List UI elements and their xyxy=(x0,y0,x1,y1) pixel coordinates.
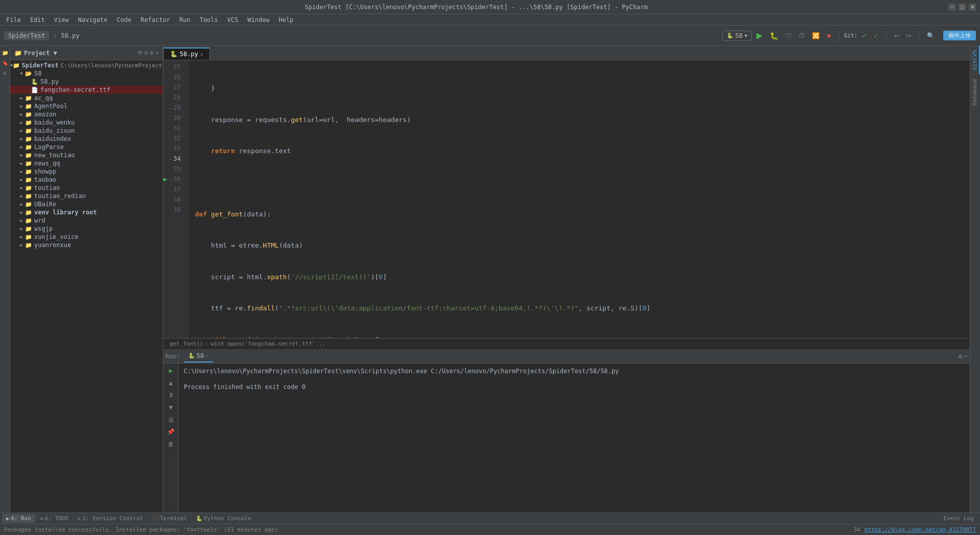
tree-item-toutiao[interactable]: ▶ 📁 toutiao xyxy=(10,184,163,192)
editor-tab-58py[interactable]: 🐍 58.py ✕ xyxy=(163,47,210,60)
terminal-nav-label: Terminal xyxy=(160,515,187,522)
minimize-panel-btn[interactable]: ─ xyxy=(964,353,968,360)
code-line-26: response = requests.get(url=url, headers… xyxy=(195,115,970,125)
resume-button[interactable]: ▼ xyxy=(165,402,177,412)
status-right: 34 https://blog.csdn.net/qq-42279077 xyxy=(853,526,976,533)
event-log-nav-label: Event Log xyxy=(943,515,974,522)
status-link[interactable]: https://blog.csdn.net/qq-42279077 xyxy=(864,526,976,533)
nav-tab-run[interactable]: ▶ 4: Run xyxy=(2,514,35,523)
tree-item-58py[interactable]: 🐍 58.py xyxy=(10,78,163,86)
nav-tab-python-console[interactable]: 🐍 Python Console xyxy=(192,514,255,523)
debug-button[interactable]: 🐛 xyxy=(767,30,781,41)
run-config-selector[interactable]: 🐍 58 ▼ xyxy=(722,31,752,41)
search-button[interactable]: 🔍 xyxy=(924,31,937,41)
tree-item-wsgjp[interactable]: ▶ 📁 wsgjp xyxy=(10,225,163,233)
git-update-button[interactable]: ✓ xyxy=(859,31,869,41)
upload-plugin-button[interactable]: 插件上传 xyxy=(943,31,976,40)
profile-button[interactable]: ⏱ xyxy=(796,31,807,41)
maximize-button[interactable]: □ xyxy=(959,4,966,11)
run-tab[interactable]: 🐍 58 ✕ xyxy=(184,350,213,362)
code-content[interactable]: } response = requests.get(url=url, heade… xyxy=(189,60,970,338)
stop-run-button[interactable]: ▲ xyxy=(165,378,177,388)
menu-tools[interactable]: Tools xyxy=(195,15,222,25)
tree-item-agentpool[interactable]: ▶ 📁 AgentPool xyxy=(10,102,163,110)
tree-item-logparse[interactable]: ▶ 📁 LogParse xyxy=(10,143,163,151)
nav-tab-event-log[interactable]: Event Log xyxy=(939,514,978,523)
project-icon[interactable]: 📁 xyxy=(1,48,10,57)
tree-item-ubaike[interactable]: ▶ 📁 UBaiKe xyxy=(10,200,163,208)
print-button[interactable]: 🖨 xyxy=(165,415,177,425)
breadcrumb-item-1[interactable]: get_font() xyxy=(169,341,203,347)
nav-tab-terminal[interactable]: ⬛ Terminal xyxy=(148,514,191,523)
undo-button[interactable]: ↩ xyxy=(892,31,902,41)
pin-button[interactable]: 📌 xyxy=(165,427,177,437)
tree-item-taobao[interactable]: ▶ 📁 taobao xyxy=(10,176,163,184)
menu-edit[interactable]: Edit xyxy=(26,15,49,25)
yuanrenxue-arrow: ▶ xyxy=(18,242,24,248)
58-label: 58 xyxy=(34,70,41,77)
concurrency-button[interactable]: 🔀 xyxy=(810,31,822,41)
fold-icon-34[interactable]: - xyxy=(167,156,174,163)
tree-item-58[interactable]: ▼ 📂 58 xyxy=(10,69,163,78)
nav-tab-todo[interactable]: ≡ 6: TODO xyxy=(36,514,72,523)
right-tab-gitcvs[interactable]: GitCVS xyxy=(970,46,980,75)
run-config-dropdown-icon: ▼ xyxy=(745,33,747,38)
menu-refactor[interactable]: Refactor xyxy=(136,15,174,25)
clear-button[interactable]: 🗑 xyxy=(165,439,177,449)
sync-icon[interactable]: ⟳ xyxy=(138,50,142,56)
tree-item-wrd[interactable]: ▶ 📁 wrd xyxy=(10,216,163,225)
tree-item-baiduwenku[interactable]: ▶ 📁 baidu_wenku xyxy=(10,118,163,127)
menu-help[interactable]: Help xyxy=(275,15,298,25)
git-push-button[interactable]: ✓ xyxy=(871,31,881,41)
redo-button[interactable]: ↪ xyxy=(903,31,914,41)
tree-item-root[interactable]: ▼ 📁 SpiderTest C:\Users\lenovo\PycharmPr… xyxy=(10,61,163,69)
fold-icon-29[interactable]: - xyxy=(167,105,174,112)
stop-button[interactable]: ■ xyxy=(824,31,833,41)
baiduwenku-icon: 📁 xyxy=(24,119,33,126)
tree-item-yuanrenxue[interactable]: ▶ 📁 yuanrenxue xyxy=(10,241,163,249)
pause-button[interactable]: ⏸ xyxy=(165,390,177,400)
menu-file[interactable]: File xyxy=(2,15,25,25)
code-line-29: def get_font(data): xyxy=(195,209,970,220)
bookmarks-icon[interactable]: 🔖 xyxy=(1,58,10,67)
project-name-label[interactable]: SpiderTest xyxy=(4,31,49,40)
tree-item-toutiaoredian[interactable]: ▶ 📁 toutiao_redian xyxy=(10,192,163,200)
tree-item-baiduzixun[interactable]: ▶ 📁 baidu_zixun xyxy=(10,127,163,135)
fold-icon-36[interactable]: - xyxy=(168,176,173,183)
tree-item-venv[interactable]: ▶ 📁 venv library root xyxy=(10,208,163,216)
nav-tab-vcs[interactable]: ⇅ 2: Version Control xyxy=(74,514,147,523)
tree-item-newtoutiao[interactable]: ▶ 📁 new_toutiao xyxy=(10,151,163,159)
structure-icon[interactable]: ⚙ xyxy=(1,68,10,78)
menu-navigate[interactable]: Navigate xyxy=(74,15,112,25)
breadcrumb-item-2[interactable]: with open('fangchan-secret.ttf'... xyxy=(211,341,326,347)
taobao-arrow: ▶ xyxy=(18,177,24,182)
menu-code[interactable]: Code xyxy=(113,15,136,25)
settings-btn[interactable]: ⚙ xyxy=(959,353,962,360)
tree-item-fangchan[interactable]: 📄 fangchan-secret.ttf xyxy=(10,86,163,94)
code-editor[interactable]: 25 26 27 28 -29 30 31 32 33 -34 35 ▶ -36 xyxy=(163,60,970,338)
ln-30: 30 xyxy=(163,113,185,124)
tree-item-newsqq[interactable]: ▶ 📁 news_qq xyxy=(10,159,163,167)
run-tab-close[interactable]: ✕ xyxy=(206,353,209,358)
minimize-button[interactable]: ─ xyxy=(948,4,955,11)
toutiaoredian-arrow: ▶ xyxy=(18,193,24,199)
tree-item-xunjievoice[interactable]: ▶ 📁 xunjie_voice xyxy=(10,233,163,241)
hide-icon[interactable]: ✕ xyxy=(155,50,159,56)
menu-view[interactable]: View xyxy=(50,15,73,25)
code-line-30: html = etree.HTML(data) xyxy=(195,241,970,251)
run-with-coverage-button[interactable]: 🛡 xyxy=(783,31,794,41)
right-tab-database[interactable]: Database xyxy=(970,75,980,110)
menu-vcs[interactable]: VCS xyxy=(223,15,242,25)
menu-run[interactable]: Run xyxy=(175,15,194,25)
tab-close-button[interactable]: ✕ xyxy=(200,52,203,57)
rerun-button[interactable]: ▶ xyxy=(165,366,177,376)
settings-icon[interactable]: ⚙ xyxy=(150,50,154,56)
tree-item-amazon[interactable]: ▶ 📁 amazon xyxy=(10,110,163,118)
tree-item-acqq[interactable]: ▶ 📁 ac_qq xyxy=(10,94,163,102)
tree-item-showpp[interactable]: ▶ 📁 showpp xyxy=(10,167,163,176)
run-button[interactable]: ▶ xyxy=(754,29,765,42)
tree-item-baiduindex[interactable]: ▶ 📁 baiduindex xyxy=(10,135,163,143)
close-button[interactable]: ✕ xyxy=(969,4,976,11)
collapse-icon[interactable]: ⊟ xyxy=(144,50,148,56)
menu-window[interactable]: Window xyxy=(243,15,274,25)
